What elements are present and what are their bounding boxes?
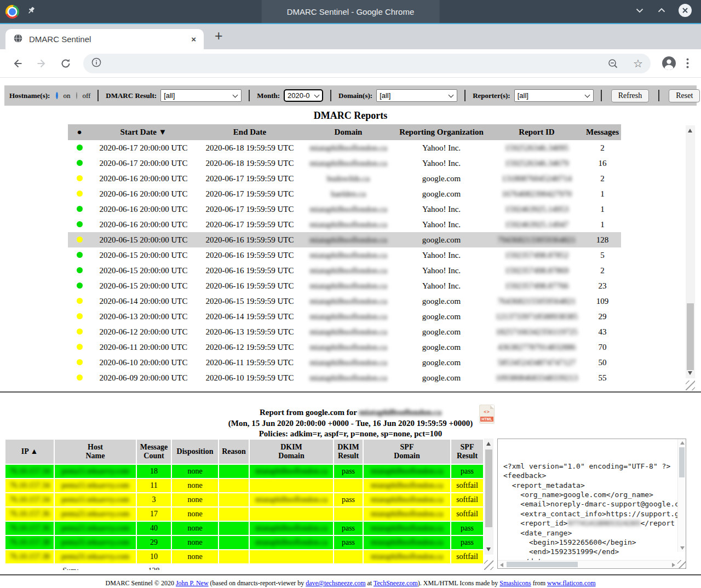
xml-source-textarea[interactable]: <?xml version="1.0" encoding="UTF-8" ?><… [497, 439, 686, 569]
scroll-left-arrow[interactable] [500, 563, 503, 567]
scroll-right-arrow[interactable] [672, 563, 675, 567]
report-row[interactable]: 2020-06-09 20:00:00 UTC2020-06-10 19:59:… [68, 370, 621, 385]
status-dot [77, 191, 83, 197]
page-content: Hostname(s): on off DMARC Result: [all] … [0, 85, 701, 587]
month-select[interactable]: 2020-06 [284, 89, 323, 102]
reset-button[interactable]: Reset [669, 89, 700, 102]
col-end-date[interactable]: End Date [196, 124, 303, 140]
browser-menu-button[interactable] [686, 58, 689, 68]
hostname-off-label: off [82, 91, 90, 100]
report-row[interactable]: 2020-06-16 20:00:00 UTC2020-06-17 19:59:… [68, 201, 621, 217]
footer-link[interactable]: Smashicons [499, 579, 531, 587]
records-column-header[interactable]: Message Count [137, 440, 171, 464]
minimize-button[interactable] [634, 5, 645, 18]
tab-dmarc-sentinel[interactable]: DMARC Sentinel × [5, 29, 204, 49]
report-row[interactable]: 2020-06-10 20:00:00 UTC2020-06-11 19:59:… [68, 355, 621, 370]
records-column-header[interactable]: DKIM Domain [250, 440, 333, 464]
col-domain[interactable]: Domain [303, 124, 393, 140]
status-dot-cell [68, 324, 91, 339]
start-date: 2020-06-10 20:00:00 UTC [91, 355, 196, 370]
report-row[interactable]: 2020-06-17 20:00:00 UTC2020-06-18 19:59:… [68, 140, 621, 155]
report-date-range: (Mon, 15 Jun 2020 20:00:00 +0000 - Tue, … [0, 418, 701, 429]
col-report-id[interactable]: Report ID [490, 124, 584, 140]
report-domain-redacted: miataphilbsoflondon.ca [359, 408, 441, 417]
scrollbar-thumb[interactable] [485, 449, 492, 527]
domain-select[interactable]: [all] [376, 89, 457, 102]
records-column-header[interactable]: Host Name [55, 440, 136, 464]
profile-avatar[interactable] [662, 56, 676, 71]
report-row[interactable]: 2020-06-12 20:00:00 UTC2020-06-13 19:59:… [68, 324, 621, 339]
xml-line: <end>1592351999</end> [503, 547, 676, 556]
reporting-org: Yahoo! Inc. [393, 140, 490, 155]
reports-scrollbar[interactable] [686, 125, 695, 378]
page-info-icon[interactable] [91, 57, 102, 70]
report-row[interactable]: 2020-06-17 20:00:00 UTC2020-06-18 19:59:… [68, 155, 621, 171]
tab-close-button[interactable]: × [191, 34, 196, 44]
report-row[interactable]: 2020-06-16 20:00:00 UTC2020-06-17 19:59:… [68, 171, 621, 186]
scroll-up-arrow[interactable] [486, 442, 491, 446]
records-column-header[interactable]: Reason [219, 440, 249, 464]
report-row[interactable]: 2020-06-15 20:00:00 UTC2020-06-16 19:59:… [68, 263, 621, 278]
report-row[interactable]: 2020-06-15 20:00:00 UTC2020-06-16 19:59:… [68, 247, 621, 263]
refresh-button[interactable]: Refresh [611, 89, 650, 102]
scroll-up-arrow[interactable] [680, 441, 685, 445]
footer-link[interactable]: TechSneeze.com [374, 579, 418, 587]
status-dot [77, 252, 83, 258]
status-dot-cell [68, 355, 91, 370]
footer-text: DMARC Sentinel © 2020 [105, 579, 175, 587]
report-row[interactable]: 2020-06-15 20:00:00 UTC2020-06-16 19:59:… [68, 232, 621, 247]
records-scrollbar[interactable] [484, 439, 493, 555]
reload-button[interactable] [60, 57, 72, 70]
address-bar[interactable]: ☆ [83, 54, 651, 73]
host-name: penta11.teksavvy.com [55, 465, 136, 478]
col-start-date[interactable]: Start Date ▼ [91, 124, 196, 140]
maximize-button[interactable] [656, 5, 667, 18]
new-tab-button[interactable]: + [215, 28, 223, 44]
hostname-off-radio[interactable] [76, 92, 77, 99]
forward-button[interactable] [36, 57, 48, 70]
report-row[interactable]: 2020-06-16 20:00:00 UTC2020-06-17 19:59:… [68, 186, 621, 201]
status-dot [77, 267, 83, 273]
redacted-text: miataphilbsoflondon.ca [309, 373, 387, 382]
scrollbar-thumb[interactable] [679, 447, 685, 477]
report-row[interactable]: 2020-06-16 20:00:00 UTC2020-06-17 19:59:… [68, 217, 621, 232]
back-button[interactable] [12, 57, 24, 70]
report-row[interactable]: 2020-06-15 20:00:00 UTC2020-06-16 19:59:… [68, 278, 621, 293]
records-column-header[interactable]: Disposition [172, 440, 218, 464]
footer-link[interactable]: dave@techsneeze.com [306, 579, 365, 587]
hostname-on-radio[interactable] [56, 92, 58, 99]
resize-grip[interactable] [686, 381, 695, 390]
records-column-header[interactable]: SPF Result [451, 440, 483, 464]
col-reporting-org[interactable]: Reporting Organization [393, 124, 490, 140]
records-column-header[interactable]: SPF Domain [364, 440, 450, 464]
close-window-button[interactable] [678, 3, 692, 20]
records-column-header[interactable]: DKIM Result [334, 440, 363, 464]
scroll-down-arrow[interactable] [688, 371, 692, 375]
spf-domain: miataphilbsoflondon.ca [364, 479, 450, 492]
footer-link[interactable]: www.flaticon.com [547, 579, 596, 587]
bookmark-star-icon[interactable]: ☆ [633, 58, 643, 69]
scroll-down-arrow[interactable] [486, 547, 491, 551]
reporter-select[interactable]: [all] [514, 89, 594, 102]
zoom-out-icon[interactable] [607, 57, 619, 70]
scrollbar-thumb[interactable] [507, 562, 578, 567]
source-ip: 76.10.157.36 [5, 508, 54, 521]
report-id: 7643682155059564821 [490, 293, 584, 309]
scrollbar-thumb[interactable] [687, 303, 694, 370]
textarea-resize-grip[interactable] [677, 560, 686, 568]
dmarc-result-select[interactable]: [all] [160, 89, 242, 102]
report-row[interactable]: 2020-06-11 20:00:00 UTC2020-06-12 19:59:… [68, 339, 621, 355]
xml-horizontal-scrollbar[interactable] [498, 560, 677, 568]
html-file-icon[interactable]: <> HTML [480, 405, 494, 423]
scroll-down-arrow[interactable] [680, 546, 685, 550]
spf-result: pass [451, 522, 483, 535]
report-row[interactable]: 2020-06-13 20:00:00 UTC2020-06-14 19:59:… [68, 309, 621, 324]
col-messages[interactable]: Messages [584, 124, 621, 140]
records-column-header[interactable]: IP ▲ [5, 440, 54, 464]
xml-vertical-scrollbar[interactable] [677, 439, 686, 552]
footer-link[interactable]: John P. New [176, 579, 209, 587]
report-row[interactable]: 2020-06-14 20:00:00 UTC2020-06-15 19:59:… [68, 293, 621, 309]
reporting-org: google.com [393, 355, 490, 370]
scroll-up-arrow[interactable] [688, 129, 692, 132]
resize-grip[interactable] [484, 560, 493, 570]
